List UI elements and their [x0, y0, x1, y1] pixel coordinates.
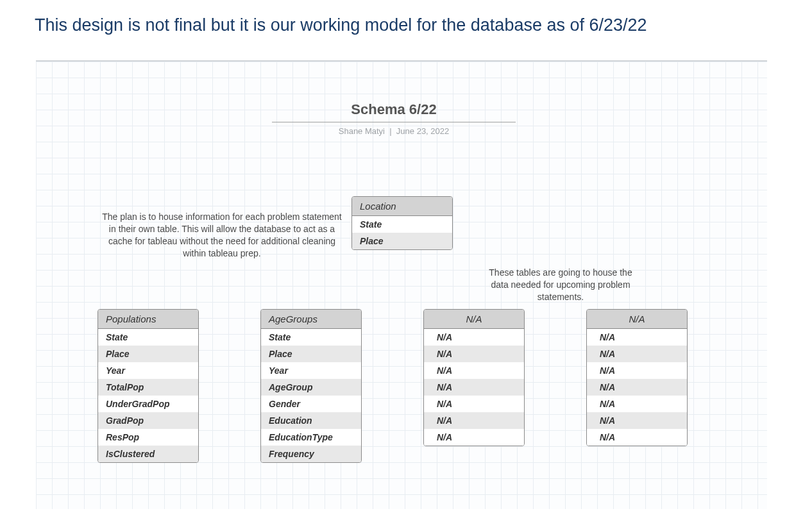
table-row: N/A [424, 379, 524, 396]
table-row: ResPop [98, 429, 198, 446]
table-row: Year [98, 362, 198, 379]
table-row: UnderGradPop [98, 396, 198, 412]
table-row: Place [261, 346, 361, 362]
schema-date: June 23, 2022 [396, 126, 449, 136]
table-row: State [261, 329, 361, 346]
table-row: N/A [587, 396, 687, 412]
table-row: Education [261, 412, 361, 429]
table-row: EducationType [261, 429, 361, 446]
table-row: Place [98, 346, 198, 362]
note-left: The plan is to house information for eac… [100, 211, 344, 260]
table-na1-header: N/A [424, 310, 524, 329]
table-row: N/A [424, 346, 524, 362]
table-row: N/A [424, 329, 524, 346]
table-row: IsClustered [98, 446, 198, 462]
page-title: This design is not final but it is our w… [35, 15, 647, 35]
table-row: Year [261, 362, 361, 379]
schema-meta: Shane Matyi | June 23, 2022 [272, 126, 516, 136]
schema-title-block: Schema 6/22 Shane Matyi | June 23, 2022 [272, 101, 516, 136]
table-na2-header: N/A [587, 310, 687, 329]
table-agegroups-header: AgeGroups [261, 310, 361, 329]
table-row: GradPop [98, 412, 198, 429]
table-location[interactable]: Location State Place [351, 196, 453, 250]
table-row: N/A [424, 396, 524, 412]
table-row: N/A [424, 429, 524, 446]
schema-title: Schema 6/22 [272, 101, 516, 122]
table-row: N/A [587, 379, 687, 396]
table-row: TotalPop [98, 379, 198, 396]
table-row: N/A [587, 429, 687, 446]
schema-author: Shane Matyi [339, 126, 385, 136]
diagram-canvas: Schema 6/22 Shane Matyi | June 23, 2022 … [36, 60, 767, 509]
table-populations[interactable]: Populations State Place Year TotalPop Un… [97, 309, 199, 463]
table-row: Frequency [261, 446, 361, 462]
table-na1[interactable]: N/A N/A N/A N/A N/A N/A N/A N/A [423, 309, 525, 446]
table-row: N/A [424, 362, 524, 379]
table-row: N/A [587, 329, 687, 346]
table-location-header: Location [352, 197, 452, 216]
table-populations-header: Populations [98, 310, 198, 329]
table-agegroups[interactable]: AgeGroups State Place Year AgeGroup Gend… [260, 309, 362, 463]
table-row: State [352, 216, 452, 233]
table-row: N/A [587, 362, 687, 379]
table-row: Place [352, 233, 452, 249]
table-row: N/A [424, 412, 524, 429]
table-row: AgeGroup [261, 379, 361, 396]
table-row: Gender [261, 396, 361, 412]
table-na2[interactable]: N/A N/A N/A N/A N/A N/A N/A N/A [586, 309, 688, 446]
note-right: These tables are going to house the data… [484, 267, 638, 303]
table-row: N/A [587, 346, 687, 362]
table-row: State [98, 329, 198, 346]
table-row: N/A [587, 412, 687, 429]
